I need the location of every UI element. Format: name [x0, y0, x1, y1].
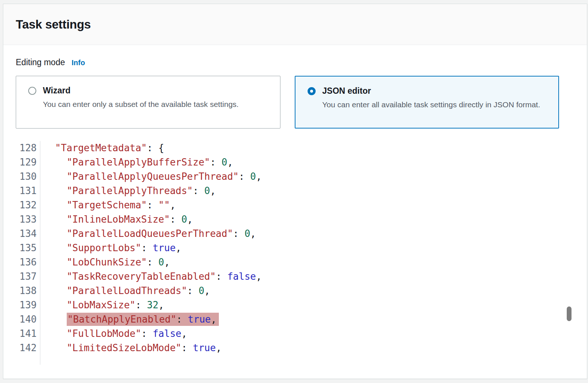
code-line-content: "FullLobMode": false, — [40, 327, 187, 341]
code-line[interactable]: 134 "ParallelLoadQueuesPerThread": 0, — [3, 227, 561, 241]
code-line[interactable]: 132 "TargetSchema": "", — [3, 198, 561, 212]
code-line[interactable]: 140 "BatchApplyEnabled": true, — [3, 312, 561, 327]
code-line-content: "TargetMetadata": { — [40, 141, 164, 155]
code-line[interactable]: 129 "ParallelApplyBufferSize": 0, — [3, 155, 561, 170]
page-title: Task settings — [16, 18, 91, 31]
editing-mode-row: Editing mode Info — [16, 57, 85, 67]
line-number: 136 — [3, 255, 40, 269]
page: { "panel": { "title": "Task settings" },… — [0, 0, 588, 383]
code-span: "LobMaxSize": 32, — [67, 300, 164, 311]
scrollbar-thumb[interactable] — [567, 306, 572, 321]
code-line[interactable]: 141 "FullLobMode": false, — [3, 327, 561, 341]
line-number: 142 — [3, 341, 40, 355]
line-number: 131 — [3, 184, 40, 198]
code-line[interactable]: 133 "InlineLobMaxSize": 0, — [3, 212, 561, 227]
code-line-content: "InlineLobMaxSize": 0, — [40, 212, 193, 227]
line-number: 128 — [3, 141, 40, 155]
info-link[interactable]: Info — [71, 59, 85, 67]
code-line-content: "ParallelLoadThreads": 0, — [40, 284, 210, 298]
code-line-content: "ParallelApplyQueuesPerThread": 0, — [40, 170, 262, 184]
code-span: "ParallelApplyQueuesPerThread": 0, — [67, 171, 262, 182]
code-line-content: "TargetSchema": "", — [40, 198, 176, 212]
json-tile-inner: JSON editor You can enter all available … — [295, 77, 558, 111]
line-number: 137 — [3, 269, 40, 284]
line-number: 133 — [3, 212, 40, 227]
code-line-content: "LimitedSizeLobMode": true, — [40, 341, 221, 355]
code-line-content: "TaskRecoveryTableEnabled": false, — [40, 269, 262, 284]
line-number: 139 — [3, 298, 40, 312]
radio-tile-json-editor[interactable]: JSON editor You can enter all available … — [295, 76, 559, 129]
radio-tile-wizard[interactable]: Wizard You can enter only a subset of th… — [16, 76, 280, 129]
code-span: "FullLobMode": false, — [67, 328, 187, 339]
code-line-content: "ParallelLoadQueuesPerThread": 0, — [40, 227, 256, 241]
wizard-tile-title: Wizard — [43, 85, 239, 96]
code-line-content: "BatchApplyEnabled": true, — [40, 312, 219, 327]
code-line[interactable]: 139 "LobMaxSize": 32, — [3, 298, 561, 312]
highlighted-code-span: "BatchApplyEnabled": true, — [67, 313, 219, 326]
panel-header: Task settings — [3, 4, 587, 45]
code-line-content: "ParallelApplyThreads": 0, — [40, 184, 216, 198]
code-line-content: "ParallelApplyBufferSize": 0, — [40, 155, 233, 170]
code-editor[interactable]: 128 "TargetMetadata": {129 "ParallelAppl… — [3, 141, 561, 365]
line-number: 140 — [3, 312, 40, 327]
line-number: 129 — [3, 155, 40, 170]
code-span: "TaskRecoveryTableEnabled": false, — [67, 271, 262, 282]
line-number: 130 — [3, 170, 40, 184]
line-number: 134 — [3, 227, 40, 241]
code-span: "SupportLobs": true, — [67, 242, 181, 253]
code-span: "LobChunkSize": 0, — [67, 257, 170, 268]
code-line-content: "LobMaxSize": 32, — [40, 298, 164, 312]
wizard-tile-inner: Wizard You can enter only a subset of th… — [16, 76, 280, 111]
json-editor-radio-button[interactable] — [308, 87, 316, 95]
gutter-separator — [3, 355, 40, 365]
json-tile-description: You can enter all available task setting… — [322, 99, 540, 111]
code-line[interactable]: 137 "TaskRecoveryTableEnabled": false, — [3, 269, 561, 284]
wizard-tile-text: Wizard You can enter only a subset of th… — [43, 85, 239, 111]
code-span: "TargetMetadata": { — [55, 142, 164, 153]
editing-mode-label: Editing mode — [16, 57, 65, 67]
gutter-stub — [3, 355, 561, 365]
wizard-radio-button[interactable] — [28, 87, 36, 95]
code-span: "ParallelApplyThreads": 0, — [67, 185, 216, 196]
code-line[interactable]: 130 "ParallelApplyQueuesPerThread": 0, — [3, 170, 561, 184]
code-span: "ParallelLoadThreads": 0, — [67, 285, 210, 296]
line-number: 135 — [3, 241, 40, 255]
code-span: "LimitedSizeLobMode": true, — [67, 342, 222, 353]
code-span: "InlineLobMaxSize": 0, — [67, 214, 193, 225]
code-line[interactable]: 131 "ParallelApplyThreads": 0, — [3, 184, 561, 198]
code-span: "ParallelLoadQueuesPerThread": 0, — [67, 228, 256, 239]
json-tile-text: JSON editor You can enter all available … — [322, 86, 540, 111]
code-line[interactable]: 136 "LobChunkSize": 0, — [3, 255, 561, 269]
line-number: 141 — [3, 327, 40, 341]
line-number: 132 — [3, 198, 40, 212]
code-span: "TargetSchema": "", — [67, 200, 176, 211]
task-settings-panel: Task settings Editing mode Info Wizard Y… — [3, 4, 587, 379]
code-line[interactable]: 128 "TargetMetadata": { — [3, 141, 561, 155]
code-line-content: "LobChunkSize": 0, — [40, 255, 170, 269]
code-line-content: "SupportLobs": true, — [40, 241, 181, 255]
code-span: "ParallelApplyBufferSize": 0, — [67, 157, 233, 168]
wizard-tile-description: You can enter only a subset of the avail… — [43, 98, 239, 111]
line-number: 138 — [3, 284, 40, 298]
code-line[interactable]: 142 "LimitedSizeLobMode": true, — [3, 341, 561, 355]
code-line[interactable]: 135 "SupportLobs": true, — [3, 241, 561, 255]
json-tile-title: JSON editor — [322, 86, 540, 97]
code-line[interactable]: 138 "ParallelLoadThreads": 0, — [3, 284, 561, 298]
